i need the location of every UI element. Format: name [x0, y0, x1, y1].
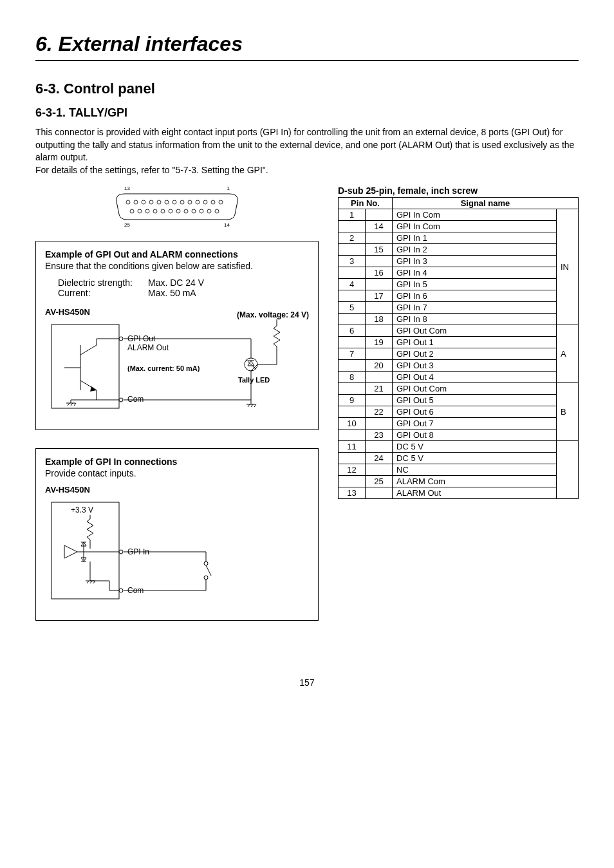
svg-point-19	[176, 209, 180, 213]
svg-line-76	[93, 581, 95, 583]
pin-col-a: 12	[339, 464, 366, 476]
pin-col-a	[339, 476, 366, 487]
box2-title: Example of GPI In connections	[45, 457, 309, 467]
table-row: 11DC 5 V	[339, 441, 579, 453]
pin-col-b	[366, 232, 393, 244]
intro-text: This connector is provided with eight co…	[35, 127, 574, 162]
pin-col-a	[339, 221, 366, 232]
table-row: 14GPI In Com	[339, 221, 579, 232]
svg-point-24	[215, 209, 219, 213]
pin-col-a: 7	[339, 348, 366, 360]
gpi-out-example-box: Example of GPI Out and ALARM connections…	[35, 241, 319, 430]
signal-name-cell: GPI Out 5	[393, 395, 557, 406]
pin-col-a	[339, 290, 366, 302]
svg-point-5	[165, 200, 169, 204]
pin-col-a	[339, 453, 366, 464]
max-voltage-label: (Max. voltage: 24 V)	[237, 310, 309, 319]
svg-line-40	[68, 403, 70, 406]
svg-line-27	[80, 345, 97, 355]
svg-point-8	[188, 200, 192, 204]
signal-name-cell: GPI Out 7	[393, 418, 557, 429]
signal-name-cell: GPI Out 4	[393, 372, 557, 383]
pin-col-b	[366, 441, 393, 453]
pin-col-b: 20	[366, 360, 393, 372]
svg-point-12	[219, 200, 223, 204]
pin-col-b: 17	[366, 290, 393, 302]
svg-point-21	[192, 209, 196, 213]
signal-name-cell: GPI In 4	[393, 267, 557, 279]
signal-name-cell: GPI In Com	[393, 221, 557, 232]
pin-col-b: 14	[366, 221, 393, 232]
page-number: 157	[35, 677, 579, 688]
svg-line-41	[71, 403, 73, 406]
pin-col-a	[339, 244, 366, 256]
pin-col-b	[366, 418, 393, 429]
svg-point-10	[203, 200, 207, 204]
signal-name-cell: DC 5 V	[393, 453, 557, 464]
pin-col-a: 4	[339, 279, 366, 290]
signal-name-cell: DC 5 V	[393, 441, 557, 453]
pin-col-b	[366, 279, 393, 290]
pin-col-b	[366, 209, 393, 221]
group-cell	[557, 441, 579, 499]
signal-name-cell: GPI In 5	[393, 279, 557, 290]
svg-point-13	[130, 209, 134, 213]
table-row: 13ALARM Out	[339, 487, 579, 499]
pin-col-b: 22	[366, 406, 393, 418]
svg-point-80	[119, 589, 123, 592]
svg-line-75	[90, 581, 92, 583]
device-name-2: AV-HS450N	[45, 485, 309, 495]
box1-sub: Ensure that the conditions given below a…	[45, 261, 309, 271]
svg-line-42	[74, 403, 76, 406]
pin-col-a	[339, 406, 366, 418]
signal-name-cell: GPI Out 3	[393, 360, 557, 372]
signal-name-cell: GPI In 6	[393, 290, 557, 302]
pin-col-a	[339, 314, 366, 325]
table-row: 23GPI Out 8	[339, 429, 579, 441]
table-row: 6GPI Out ComA	[339, 325, 579, 337]
table-row: 7GPI Out 2	[339, 348, 579, 360]
subsection-title: 6-3-1. TALLY/GPI	[35, 106, 579, 120]
signal-name-cell: GPI In 1	[393, 232, 557, 244]
svg-point-3	[149, 200, 153, 204]
svg-point-23	[207, 209, 211, 213]
pin-col-b: 18	[366, 314, 393, 325]
pin-col-b	[366, 302, 393, 314]
signal-name-cell: NC	[393, 464, 557, 476]
alarm-out-label: ALARM Out	[127, 343, 169, 352]
pin-col-b: 25	[366, 476, 393, 487]
svg-rect-25	[51, 325, 119, 408]
svg-point-7	[180, 200, 184, 204]
table-row: 17GPI In 6	[339, 290, 579, 302]
signal-name-cell: GPI Out Com	[393, 383, 557, 395]
group-cell: A	[557, 325, 579, 383]
svg-marker-63	[64, 545, 77, 558]
pin-col-a: 13	[339, 487, 366, 499]
signal-name-cell: GPI In 3	[393, 256, 557, 267]
pin-col-a: 10	[339, 418, 366, 429]
pin-label-25: 25	[124, 222, 130, 228]
signal-name-cell: GPI In 2	[393, 244, 557, 256]
pin-col-a	[339, 429, 366, 441]
gpi-out-circuit-svg: GPI Out ALARM Out (Max. current: 50 mA) …	[45, 319, 309, 416]
table-row: 20GPI Out 3	[339, 360, 579, 372]
pin-col-a: 9	[339, 395, 366, 406]
pin-col-a: 2	[339, 232, 366, 244]
chapter-title: 6. External interfaces	[35, 32, 579, 61]
svg-line-74	[87, 581, 89, 583]
svg-rect-60	[51, 502, 119, 599]
connector-svg	[113, 193, 241, 221]
pin-col-b	[366, 487, 393, 499]
pin-col-b: 19	[366, 337, 393, 348]
svg-point-14	[138, 209, 142, 213]
tally-led-label: Tally LED	[238, 376, 270, 384]
pin-col-b	[366, 395, 393, 406]
spec-dielectric-v: Max. DC 24 V	[148, 278, 204, 288]
svg-point-18	[169, 209, 172, 213]
svg-point-33	[119, 337, 123, 341]
box1-title: Example of GPI Out and ALARM connections	[45, 249, 309, 259]
intro-text-2: For details of the settings, refer to "5…	[35, 165, 268, 175]
pin-col-a: 3	[339, 256, 366, 267]
v33-label: +3.3 V	[71, 505, 93, 514]
pin-col-a	[339, 337, 366, 348]
